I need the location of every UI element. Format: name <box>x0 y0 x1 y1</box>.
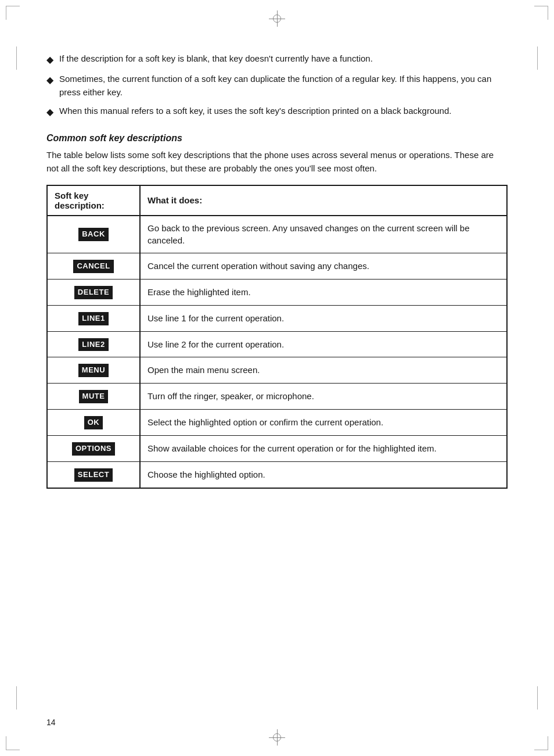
key-cell: LINE1 <box>47 305 140 331</box>
page-container: ◆ If the description for a soft key is b… <box>0 0 554 756</box>
description-cell: Go back to the previous screen. Any unsa… <box>140 216 507 253</box>
key-badge: DELETE <box>74 286 113 299</box>
table-row: BACKGo back to the previous screen. Any … <box>47 216 507 253</box>
key-badge: OPTIONS <box>72 442 115 456</box>
side-mark-left-bottom <box>16 686 17 710</box>
description-cell: Cancel the current operation without sav… <box>140 253 507 280</box>
description-cell: Use line 1 for the current operation. <box>140 305 507 331</box>
corner-mark-bottom-right <box>534 736 548 750</box>
section-title: Common soft key descriptions <box>46 133 508 144</box>
side-mark-right-bottom <box>537 686 538 710</box>
description-cell: Show available choices for the current o… <box>140 435 507 461</box>
main-content: ◆ If the description for a soft key is b… <box>46 52 508 489</box>
key-cell: LINE2 <box>47 331 140 357</box>
col1-header: Soft key description: <box>47 185 140 216</box>
page-number: 14 <box>46 718 56 727</box>
key-cell: CANCEL <box>47 253 140 280</box>
col2-header: What it does: <box>140 185 507 216</box>
bullet-diamond-icon: ◆ <box>46 73 53 87</box>
table-row: CANCELCancel the current operation witho… <box>47 253 507 280</box>
table-row: OKSelect the highlighted option or confi… <box>47 410 507 436</box>
bullet-diamond-icon: ◆ <box>46 105 53 119</box>
key-badge: LINE2 <box>78 338 108 352</box>
table-row: MENUOpen the main menu screen. <box>47 357 507 384</box>
key-badge: OK <box>84 416 103 429</box>
bullet-text-2: Sometimes, the current function of a sof… <box>59 73 508 99</box>
table-row: OPTIONSShow available choices for the cu… <box>47 435 507 461</box>
key-cell: MENU <box>47 357 140 384</box>
description-cell: Erase the highlighted item. <box>140 279 507 305</box>
key-cell: OPTIONS <box>47 435 140 461</box>
list-item: ◆ If the description for a soft key is b… <box>46 52 508 67</box>
side-mark-right-top <box>537 46 538 70</box>
description-cell: Select the highlighted option or confirm… <box>140 410 507 436</box>
key-cell: MUTE <box>47 384 140 410</box>
key-badge: BACK <box>78 228 109 241</box>
key-badge: LINE1 <box>78 312 108 325</box>
table-row: SELECTChoose the highlighted option. <box>47 461 507 488</box>
description-cell: Turn off the ringer, speaker, or microph… <box>140 384 507 410</box>
table-row: DELETEErase the highlighted item. <box>47 279 507 305</box>
section-intro: The table below lists some soft key desc… <box>46 148 508 175</box>
key-cell: BACK <box>47 216 140 253</box>
key-badge: MENU <box>78 364 109 377</box>
description-cell: Choose the highlighted option. <box>140 461 507 488</box>
corner-mark-bottom-left <box>6 736 20 750</box>
crosshair-bottom-center <box>269 729 285 746</box>
bullet-text-1: If the description for a soft key is bla… <box>59 52 373 66</box>
table-row: LINE2Use line 2 for the current operatio… <box>47 331 507 357</box>
description-cell: Open the main menu screen. <box>140 357 507 384</box>
side-mark-left-top <box>16 46 17 70</box>
table-header-row: Soft key description: What it does: <box>47 185 507 216</box>
crosshair-top-center <box>269 10 285 27</box>
list-item: ◆ When this manual refers to a soft key,… <box>46 105 508 119</box>
description-cell: Use line 2 for the current operation. <box>140 331 507 357</box>
key-badge: MUTE <box>79 390 109 403</box>
key-cell: DELETE <box>47 279 140 305</box>
key-badge: CANCEL <box>73 260 113 273</box>
table-row: LINE1Use line 1 for the current operatio… <box>47 305 507 331</box>
bullet-list: ◆ If the description for a soft key is b… <box>46 52 508 119</box>
bullet-text-3: When this manual refers to a soft key, i… <box>59 105 451 118</box>
list-item: ◆ Sometimes, the current function of a s… <box>46 73 508 99</box>
table-row: MUTETurn off the ringer, speaker, or mic… <box>47 384 507 410</box>
key-cell: OK <box>47 410 140 436</box>
corner-mark-top-left <box>6 6 20 20</box>
corner-mark-top-right <box>534 6 548 20</box>
key-badge: SELECT <box>74 468 113 482</box>
soft-key-table: Soft key description: What it does: BACK… <box>46 185 508 489</box>
bullet-diamond-icon: ◆ <box>46 53 53 67</box>
key-cell: SELECT <box>47 461 140 488</box>
